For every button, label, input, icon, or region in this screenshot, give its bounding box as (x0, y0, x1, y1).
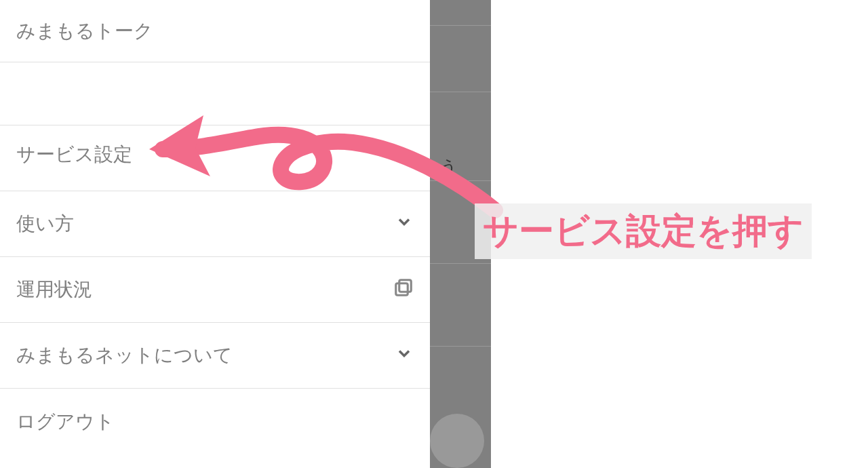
menu-label: 使い方 (16, 211, 74, 237)
chevron-down-icon (395, 344, 414, 368)
menu-item-usage[interactable]: 使い方 (0, 191, 430, 257)
menu-item-mimamoru-talk[interactable]: みまもるトーク (0, 0, 430, 62)
menu-label: みまもるネットについて (16, 343, 233, 368)
svg-rect-0 (399, 279, 412, 292)
overlay-char: う (439, 155, 458, 179)
menu-label: ログアウト (16, 409, 115, 435)
chevron-down-icon (395, 212, 414, 236)
menu-label: サービス設定 (16, 142, 132, 168)
sidebar-menu: みまもるトーク サービス設定 使い方 運用状況 みまもるネットについて ログアウ… (0, 0, 430, 468)
annotation-text: サービス設定を押す (475, 203, 812, 259)
menu-item-logout[interactable]: ログアウト (0, 389, 430, 454)
menu-item-about-mimamoru-net[interactable]: みまもるネットについて (0, 323, 430, 389)
svg-rect-1 (396, 283, 408, 295)
menu-item-service-settings[interactable]: サービス設定 (0, 62, 430, 191)
external-window-icon (393, 277, 414, 303)
menu-item-operation-status[interactable]: 運用状況 (0, 257, 430, 323)
background-round-button (430, 414, 484, 468)
menu-label: みまもるトーク (16, 18, 153, 44)
menu-label: 運用状況 (16, 277, 92, 303)
